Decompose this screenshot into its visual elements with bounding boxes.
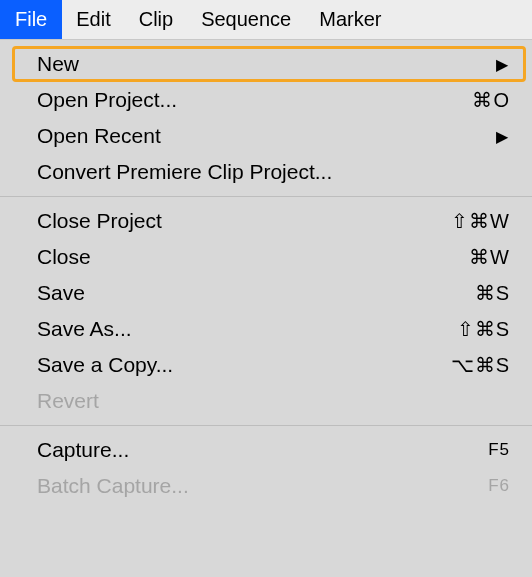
menubar-label: Marker xyxy=(319,8,381,31)
menu-item-convert-premiere[interactable]: Convert Premiere Clip Project... xyxy=(0,154,532,190)
menu-item-close[interactable]: Close ⌘W xyxy=(0,239,532,275)
menu-item-label: Save As... xyxy=(37,317,430,341)
menu-item-save-copy[interactable]: Save a Copy... ⌥⌘S xyxy=(0,347,532,383)
menu-item-label: New xyxy=(37,52,496,76)
shortcut-label: ⌥⌘S xyxy=(430,353,510,377)
menu-item-label: Close xyxy=(37,245,430,269)
menu-item-save[interactable]: Save ⌘S xyxy=(0,275,532,311)
menu-group: New ▶ Open Project... ⌘O Open Recent ▶ C… xyxy=(0,40,532,197)
menu-item-close-project[interactable]: Close Project ⇧⌘W xyxy=(0,203,532,239)
menu-group: Capture... F5 Batch Capture... F6 xyxy=(0,426,532,510)
menubar: File Edit Clip Sequence Marker xyxy=(0,0,532,40)
menubar-item-sequence[interactable]: Sequence xyxy=(187,0,305,39)
shortcut-label: ⇧⌘W xyxy=(430,209,510,233)
menubar-label: Sequence xyxy=(201,8,291,31)
shortcut-label: ⌘O xyxy=(430,88,510,112)
submenu-arrow-icon: ▶ xyxy=(496,127,510,146)
menu-item-label: Capture... xyxy=(37,438,430,462)
menu-item-label: Save a Copy... xyxy=(37,353,430,377)
menubar-item-clip[interactable]: Clip xyxy=(125,0,187,39)
menu-item-label: Revert xyxy=(37,389,510,413)
menu-item-batch-capture: Batch Capture... F6 xyxy=(0,468,532,504)
menubar-item-edit[interactable]: Edit xyxy=(62,0,124,39)
menu-item-label: Close Project xyxy=(37,209,430,233)
menu-item-label: Open Project... xyxy=(37,88,430,112)
menu-item-revert: Revert xyxy=(0,383,532,419)
shortcut-label: F5 xyxy=(430,440,510,460)
shortcut-label: ⌘S xyxy=(430,281,510,305)
menubar-label: Edit xyxy=(76,8,110,31)
menu-item-label: Open Recent xyxy=(37,124,496,148)
shortcut-label: ⇧⌘S xyxy=(430,317,510,341)
menubar-item-file[interactable]: File xyxy=(0,0,62,39)
menubar-label: Clip xyxy=(139,8,173,31)
shortcut-label: ⌘W xyxy=(430,245,510,269)
file-dropdown-menu: New ▶ Open Project... ⌘O Open Recent ▶ C… xyxy=(0,40,532,510)
submenu-arrow-icon: ▶ xyxy=(496,55,510,74)
menu-item-open-recent[interactable]: Open Recent ▶ xyxy=(0,118,532,154)
menu-item-label: Save xyxy=(37,281,430,305)
menu-group: Close Project ⇧⌘W Close ⌘W Save ⌘S Save … xyxy=(0,197,532,426)
shortcut-label: F6 xyxy=(430,476,510,496)
menu-item-label: Convert Premiere Clip Project... xyxy=(37,160,510,184)
menu-item-new[interactable]: New ▶ xyxy=(0,46,532,82)
menubar-item-marker[interactable]: Marker xyxy=(305,0,395,39)
menu-item-open-project[interactable]: Open Project... ⌘O xyxy=(0,82,532,118)
menu-item-label: Batch Capture... xyxy=(37,474,430,498)
menubar-label: File xyxy=(15,8,47,31)
menu-item-save-as[interactable]: Save As... ⇧⌘S xyxy=(0,311,532,347)
menu-item-capture[interactable]: Capture... F5 xyxy=(0,432,532,468)
